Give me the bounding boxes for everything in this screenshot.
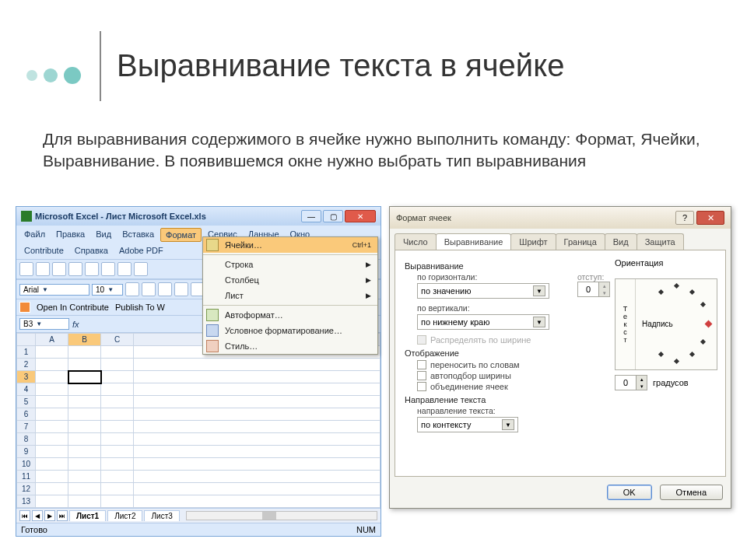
tab-alignment[interactable]: Выравнивание [436,233,512,250]
textdir-combo[interactable]: по контексту▼ [417,417,518,432]
indent-group: отступ: ▴▾ [577,272,610,297]
format-cells-dialog: Формат ячеек ? ✕ Число Выравнивание Шриф… [389,206,731,509]
sheet-tab-2[interactable]: Лист2 [107,510,142,521]
dropdown-icon: ▼ [533,285,545,296]
orientation-selected-dot [705,320,713,328]
menu-item-row[interactable]: Строка▶ [203,257,377,272]
col-header-c[interactable]: C [101,334,134,346]
menu-insert[interactable]: Вставка [117,228,159,242]
sheet-tab-1[interactable]: Лист1 [69,510,106,521]
spin-down-icon[interactable]: ▾ [636,383,647,390]
degrees-value[interactable] [615,376,636,390]
vertical-align-combo[interactable]: по нижнему краю▼ [417,314,549,330]
dialog-close-button[interactable]: ✕ [696,211,724,225]
indent-value[interactable] [578,282,598,296]
cancel-button[interactable]: Отмена [660,485,723,500]
save-icon[interactable] [52,262,66,276]
tab-nav-next-icon[interactable]: ▶ [44,510,55,521]
cells-icon [206,239,219,251]
italic-icon[interactable] [142,282,156,296]
underline-icon[interactable] [158,282,172,296]
name-box[interactable]: B3▼ [19,318,69,330]
tab-protection[interactable]: Защита [637,233,684,250]
tab-nav-last-icon[interactable]: ⏭ [57,510,68,521]
menu-item-column[interactable]: Столбец▶ [203,272,377,288]
minimize-button[interactable]: — [301,210,321,222]
menu-contribute[interactable]: Contribute [19,244,68,257]
tab-border[interactable]: Граница [556,233,605,250]
condformat-icon [206,324,219,337]
dropdown-icon: ▼ [502,419,514,430]
label-textdir: направление текста: [417,406,716,415]
col-header-b[interactable]: B [68,334,101,346]
align-left-icon[interactable] [174,282,188,296]
dropdown-icon: ▼ [533,317,545,327]
fontsize-combo[interactable]: 10▼ [92,284,123,296]
checkbox-merge[interactable] [417,382,426,391]
fx-label[interactable]: fx [72,320,79,329]
spin-up-icon[interactable]: ▴ [636,376,647,383]
spell-icon[interactable] [101,262,115,276]
excel-titlebar[interactable]: Microsoft Excel - Лист Microsoft Excel.x… [16,207,381,226]
preview-icon[interactable] [85,262,99,276]
print-icon[interactable] [68,262,82,276]
tab-font[interactable]: Шрифт [510,233,556,250]
slide-decor-dots [26,68,81,84]
tab-nav-prev-icon[interactable]: ◀ [32,510,43,521]
autoformat-icon [206,309,219,321]
spin-down-icon[interactable]: ▾ [598,289,609,296]
menu-adobepdf[interactable]: Adobe PDF [114,244,168,257]
dialog-footer: OK Отмена [390,481,731,508]
horizontal-align-combo[interactable]: по значению▼ [417,283,549,299]
orientation-dial[interactable]: Надпись [636,279,717,369]
menu-format[interactable]: Формат [160,228,202,242]
checkbox-shrink[interactable] [417,371,426,380]
font-combo[interactable]: Arial▼ [19,284,89,296]
open-icon[interactable] [36,262,50,276]
tab-nav-first-icon[interactable]: ⏮ [19,510,30,521]
status-ready: Готово [21,525,47,534]
degrees-row: ▴▾ градусов [615,375,717,390]
copy-icon[interactable] [134,262,148,276]
open-in-contribute[interactable]: Open In Contribute [37,303,109,312]
dialog-title: Формат ячеек [396,213,675,222]
menu-help[interactable]: Справка [70,244,113,257]
ok-button[interactable]: OK [607,485,652,500]
menu-view[interactable]: Вид [91,228,116,242]
close-button[interactable]: ✕ [345,210,376,222]
menu-item-condformat[interactable]: Условное форматирование… [203,323,377,338]
menu-file[interactable]: Файл [19,228,50,242]
status-num: NUM [356,525,376,534]
menu-item-sheet[interactable]: Лист▶ [203,288,377,303]
dialog-help-button[interactable]: ? [675,211,694,225]
cut-icon[interactable] [117,262,132,276]
publish-to-website[interactable]: Publish To W [115,303,165,312]
submenu-arrow-icon: ▶ [366,292,371,299]
menu-item-style[interactable]: Стиль… [203,338,377,354]
menu-item-cells[interactable]: Ячейки…Ctrl+1 [203,237,377,253]
bold-icon[interactable] [125,282,139,296]
submenu-arrow-icon: ▶ [366,261,371,268]
checkbox-wrap[interactable] [417,360,426,369]
sheet-tab-3[interactable]: Лист3 [144,510,179,521]
degrees-spinner[interactable]: ▴▾ [615,375,647,390]
horizontal-scrollbar[interactable] [186,511,377,520]
indent-spinner[interactable]: ▴▾ [577,282,610,297]
dialog-body: Выравнивание по горизонтали: по значению… [395,250,726,477]
selected-cell-b3[interactable] [68,371,101,383]
tab-fill[interactable]: Вид [605,233,637,250]
orientation-panel[interactable]: Текст Надпись [615,278,717,370]
new-icon[interactable] [19,262,33,276]
menu-edit[interactable]: Правка [51,228,89,242]
menu-item-autoformat[interactable]: Автоформат… [203,307,377,323]
format-menu-dropdown: Ячейки…Ctrl+1 Строка▶ Столбец▶ Лист▶ Авт… [202,236,378,355]
col-header-a[interactable]: A [36,334,68,346]
tab-number[interactable]: Число [395,233,437,250]
orientation-label: Ориентация [615,258,717,268]
worksheet-grid[interactable]: ABC 1 2 3 4 5 6 7 8 9 10 11 12 13 [16,333,381,508]
contribute-icon [19,302,30,313]
spin-up-icon[interactable]: ▴ [598,282,609,289]
maximize-button[interactable]: ▢ [323,210,343,222]
vertical-text-button[interactable]: Текст [615,279,636,369]
dialog-titlebar[interactable]: Формат ячеек ? ✕ [390,207,731,229]
